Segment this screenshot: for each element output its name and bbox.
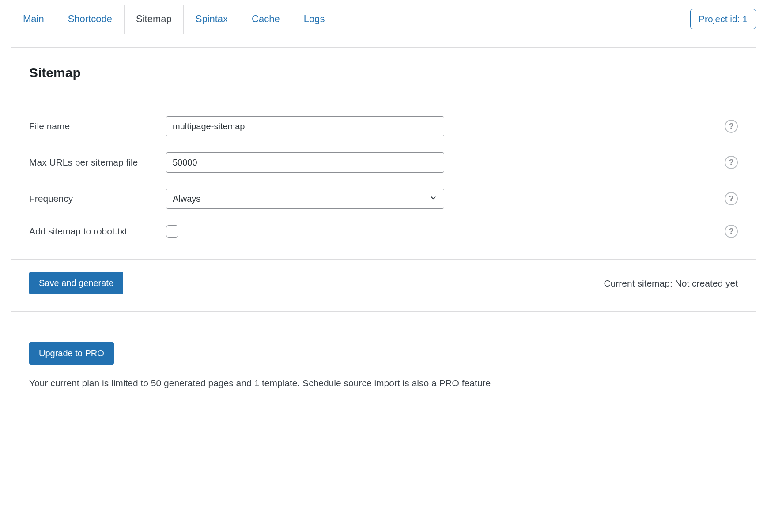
row-robots: Add sitemap to robot.txt ? bbox=[29, 217, 738, 246]
tab-sitemap[interactable]: Sitemap bbox=[124, 5, 184, 34]
row-file-name: File name ? bbox=[29, 108, 738, 144]
sitemap-status: Current sitemap: Not created yet bbox=[604, 278, 738, 289]
upgrade-description: Your current plan is limited to 50 gener… bbox=[29, 378, 738, 389]
tab-shortcode[interactable]: Shortcode bbox=[56, 5, 124, 34]
tab-logs[interactable]: Logs bbox=[292, 5, 337, 34]
help-icon[interactable]: ? bbox=[725, 192, 738, 205]
upgrade-panel: Upgrade to PRO Your current plan is limi… bbox=[11, 325, 756, 410]
help-icon[interactable]: ? bbox=[725, 225, 738, 238]
form-body: File name ? Max URLs per sitemap file ? … bbox=[11, 99, 756, 260]
input-file-name[interactable] bbox=[166, 116, 444, 136]
help-icon[interactable]: ? bbox=[725, 156, 738, 169]
tab-main[interactable]: Main bbox=[11, 5, 56, 34]
label-frequency: Frequency bbox=[29, 193, 166, 204]
panel-title: Sitemap bbox=[11, 48, 756, 99]
checkbox-robots[interactable] bbox=[166, 225, 178, 238]
tabs-list: Main Shortcode Sitemap Spintax Cache Log… bbox=[11, 4, 336, 34]
label-robots: Add sitemap to robot.txt bbox=[29, 226, 166, 237]
tab-spintax[interactable]: Spintax bbox=[184, 5, 240, 34]
input-max-urls[interactable] bbox=[166, 152, 444, 173]
upgrade-button[interactable]: Upgrade to PRO bbox=[29, 342, 114, 365]
row-max-urls: Max URLs per sitemap file ? bbox=[29, 144, 738, 181]
panel-footer: Save and generate Current sitemap: Not c… bbox=[11, 260, 756, 311]
project-id-badge[interactable]: Project id: 1 bbox=[690, 9, 756, 29]
tabs-bar: Main Shortcode Sitemap Spintax Cache Log… bbox=[11, 4, 756, 34]
save-generate-button[interactable]: Save and generate bbox=[29, 272, 123, 294]
row-frequency: Frequency Always ? bbox=[29, 181, 738, 217]
help-icon[interactable]: ? bbox=[725, 120, 738, 133]
select-frequency[interactable]: Always bbox=[166, 189, 444, 209]
label-max-urls: Max URLs per sitemap file bbox=[29, 157, 166, 168]
tab-cache[interactable]: Cache bbox=[240, 5, 292, 34]
sitemap-panel: Sitemap File name ? Max URLs per sitemap… bbox=[11, 47, 756, 312]
label-file-name: File name bbox=[29, 121, 166, 132]
